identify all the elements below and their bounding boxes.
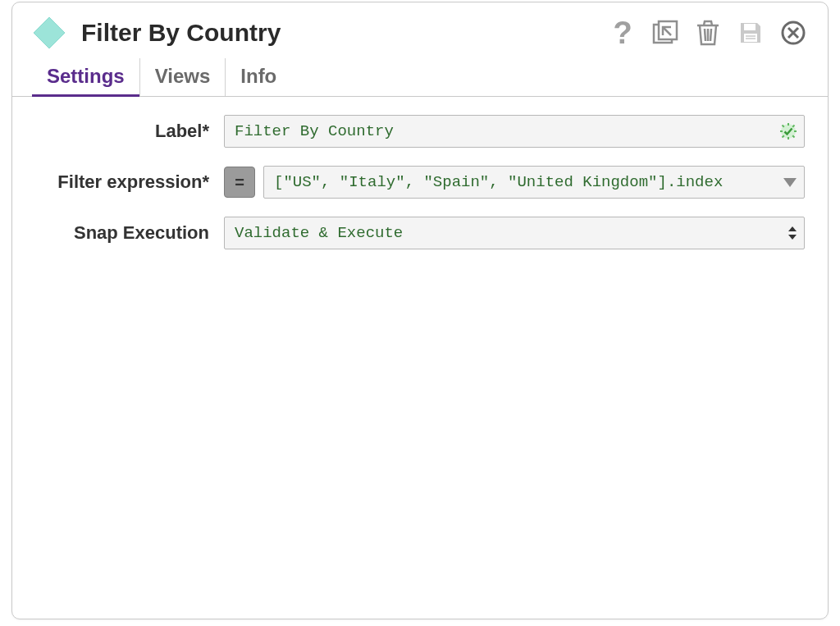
snap-execution-select-wrap: Validate & Execute [224,217,805,249]
close-button[interactable] [778,18,808,48]
save-icon [737,20,764,46]
row-filter-expression: Filter expression* = [35,166,805,199]
svg-line-7 [710,29,711,41]
valid-check-icon [778,121,798,141]
label-input[interactable] [224,115,805,148]
row-label: Label* [35,115,805,148]
svg-rect-2 [659,21,677,39]
field-label-snap-execution: Snap Execution [35,217,224,245]
equals-icon: = [235,173,244,192]
trash-icon [695,19,721,47]
settings-panel: Filter By Country ? [11,2,829,619]
panel-title: Filter By Country [81,19,608,47]
snap-diamond-icon [32,16,66,50]
tab-info[interactable]: Info [225,58,291,96]
expression-toggle-button[interactable]: = [224,167,255,198]
panel-toolbar: ? [608,18,808,48]
tab-settings[interactable]: Settings [32,58,139,96]
expand-button[interactable] [651,18,680,48]
tab-bar: Settings Views Info [12,58,828,97]
field-label-filter-expression: Filter expression* [35,166,224,194]
field-label-label: Label* [35,115,224,144]
delete-button[interactable] [693,18,723,48]
snap-execution-select[interactable]: Validate & Execute [224,217,805,249]
svg-line-22 [792,126,794,127]
svg-line-20 [783,126,784,127]
expand-icon [651,19,679,47]
panel-header: Filter By Country ? [12,2,828,58]
filter-expression-input[interactable] [263,166,805,199]
help-button[interactable]: ? [608,18,637,48]
label-input-wrap [224,115,805,148]
question-icon: ? [613,17,632,48]
tab-views[interactable]: Views [139,58,226,96]
settings-form: Label* [12,97,828,286]
close-icon [780,20,806,46]
svg-line-23 [783,135,784,137]
svg-line-5 [705,29,705,41]
filter-expression-input-wrap [263,166,805,199]
svg-rect-8 [744,24,756,30]
svg-rect-9 [744,34,757,42]
row-snap-execution: Snap Execution Validate & Execute [35,217,805,249]
save-button[interactable] [736,18,765,48]
svg-line-21 [792,135,794,137]
svg-marker-0 [34,17,65,48]
